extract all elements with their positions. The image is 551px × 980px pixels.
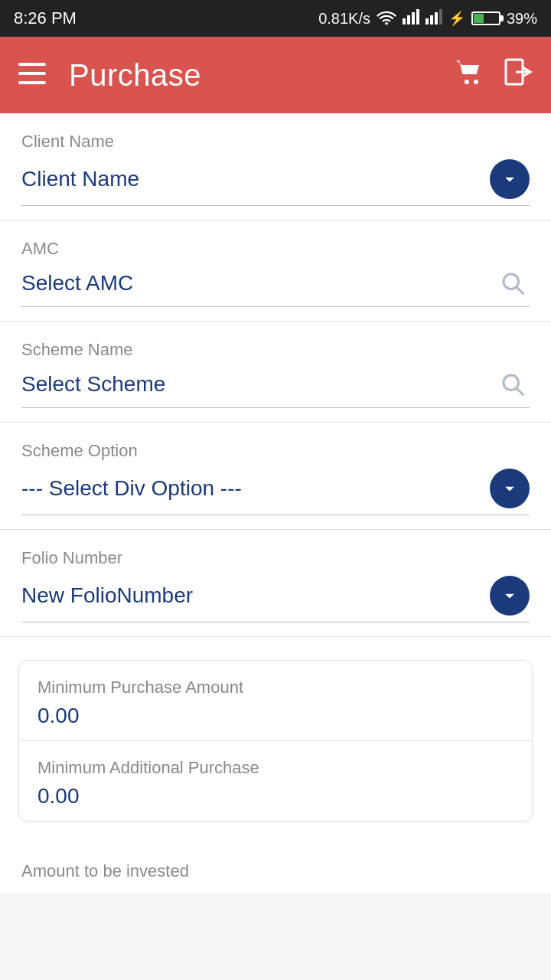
scheme-search-button[interactable] <box>496 368 530 401</box>
svg-rect-8 <box>439 9 442 24</box>
scheme-name-label: Scheme Name <box>21 340 530 360</box>
min-purchase-label: Minimum Purchase Amount <box>37 678 514 697</box>
svg-point-13 <box>474 80 478 84</box>
network-speed: 0.81K/s <box>318 10 370 28</box>
time-display: 8:26 PM <box>14 8 77 28</box>
signal-icon <box>403 9 419 28</box>
page-title: Purchase <box>69 58 455 93</box>
amc-row[interactable]: Select AMC <box>21 266 530 307</box>
svg-rect-2 <box>407 15 410 24</box>
scheme-option-section: Scheme Option --- Select Div Option --- <box>0 423 551 530</box>
min-purchase-value: 0.00 <box>37 704 514 728</box>
svg-rect-1 <box>403 18 406 24</box>
client-name-value: Client Name <box>21 167 139 191</box>
client-name-dropdown[interactable] <box>490 159 530 199</box>
svg-rect-4 <box>416 9 419 24</box>
svg-rect-9 <box>18 63 46 66</box>
charging-icon: ⚡ <box>448 10 465 27</box>
client-name-row[interactable]: Client Name <box>21 159 530 206</box>
client-name-section: Client Name Client Name <box>0 113 551 220</box>
svg-rect-6 <box>430 15 433 24</box>
battery-percent: 39% <box>507 10 537 28</box>
info-card: Minimum Purchase Amount 0.00 Minimum Add… <box>18 660 533 822</box>
scheme-name-section: Scheme Name Select Scheme <box>0 322 551 423</box>
form-content: Client Name Client Name AMC Select AMC S… <box>0 113 551 893</box>
scheme-option-dropdown[interactable] <box>490 469 530 508</box>
battery-indicator <box>471 11 500 25</box>
wifi-icon <box>377 9 396 28</box>
amc-section: AMC Select AMC <box>0 220 551 322</box>
svg-line-19 <box>517 388 523 394</box>
app-bar-icons <box>455 57 533 93</box>
svg-line-17 <box>517 287 523 293</box>
svg-rect-3 <box>412 12 415 24</box>
scheme-name-placeholder: Select Scheme <box>21 372 165 397</box>
logout-button[interactable] <box>504 57 533 93</box>
svg-point-12 <box>465 80 469 84</box>
signal2-icon <box>425 9 442 28</box>
min-additional-purchase-value: 0.00 <box>37 784 514 808</box>
status-bar: 8:26 PM 0.81K/s <box>0 0 551 37</box>
scheme-option-row[interactable]: --- Select Div Option --- <box>21 469 530 515</box>
svg-rect-11 <box>18 81 46 84</box>
svg-rect-10 <box>18 72 46 75</box>
min-additional-purchase-label: Minimum Additional Purchase <box>37 758 514 778</box>
min-additional-purchase-row: Minimum Additional Purchase 0.00 <box>19 740 532 821</box>
svg-point-0 <box>385 22 388 24</box>
amount-label: Amount to be invested <box>0 840 551 893</box>
folio-number-row[interactable]: New FolioNumber <box>21 576 530 622</box>
cart-button[interactable] <box>455 57 484 93</box>
folio-number-dropdown[interactable] <box>490 576 530 616</box>
scheme-name-row[interactable]: Select Scheme <box>21 368 530 408</box>
amc-search-button[interactable] <box>496 266 530 300</box>
scheme-option-value: --- Select Div Option --- <box>21 476 242 501</box>
amc-placeholder: Select AMC <box>21 271 133 296</box>
folio-number-section: Folio Number New FolioNumber <box>0 530 551 637</box>
client-name-label: Client Name <box>21 132 530 152</box>
svg-rect-7 <box>435 12 438 24</box>
amc-label: AMC <box>21 239 530 259</box>
scheme-option-label: Scheme Option <box>21 441 530 461</box>
folio-number-value: New FolioNumber <box>21 583 193 608</box>
folio-number-label: Folio Number <box>21 548 530 568</box>
menu-button[interactable] <box>18 62 46 88</box>
app-bar: Purchase <box>0 37 551 113</box>
min-purchase-row: Minimum Purchase Amount 0.00 <box>19 661 532 740</box>
svg-rect-5 <box>425 18 429 24</box>
status-bar-right: 0.81K/s ⚡ <box>318 9 537 28</box>
